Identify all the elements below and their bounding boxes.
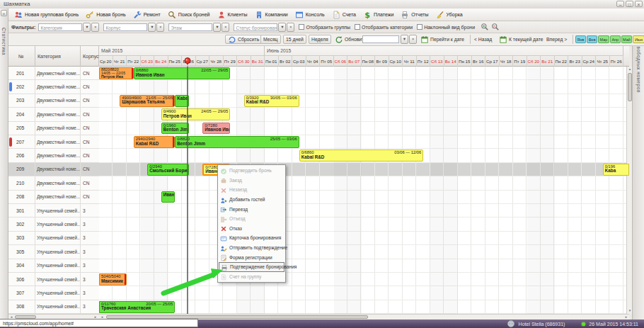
- booking-bar[interactable]: 2940/2940Kabal R&D: [134, 136, 176, 148]
- room-building: CN: [81, 67, 99, 79]
- booking-bar[interactable]: 0/1960Benton Jimm: [161, 123, 189, 135]
- add-guest-icon: [220, 196, 227, 203]
- menu-item-add-guests[interactable]: Добавить гостей: [219, 195, 284, 205]
- goto-date-input[interactable]: [362, 35, 399, 43]
- left-panel-tab[interactable]: « Статистика: [0, 9, 8, 322]
- payments-button[interactable]: $Платежи: [360, 10, 396, 20]
- view-week-button[interactable]: Неделя: [309, 35, 331, 44]
- status-filter-input[interactable]: Статус бронирован: [234, 23, 277, 31]
- scroll-down-arrow[interactable]: ▼: [627, 308, 633, 314]
- clients-button[interactable]: Клиенты: [214, 10, 251, 20]
- category-dropdown-button[interactable]: ▼: [83, 23, 91, 32]
- category-clear-button[interactable]: ×: [91, 23, 99, 32]
- date-clear-button[interactable]: ×: [409, 35, 417, 44]
- floor-filter-input[interactable]: Этаж: [168, 23, 212, 31]
- group-booking-button[interactable]: Новая групповая бронь: [11, 10, 81, 20]
- status-dropdown-button[interactable]: ▼: [278, 23, 286, 32]
- booking-bar[interactable]: 0/2940Смольский Борис: [147, 164, 189, 176]
- close-button[interactable]: ×: [635, 1, 643, 7]
- forward-button[interactable]: Вперед >: [544, 35, 569, 44]
- x-red-icon: [220, 186, 227, 193]
- booking-text-line: Трачевская Анастасия: [101, 306, 173, 310]
- menu-item-registration-form[interactable]: Форма регистрации: [219, 252, 284, 262]
- slanted-view-checkbox[interactable]: [417, 24, 422, 30]
- booking-bar[interactable]: 0/4900Петров Иван24/05 — 29/05: [161, 108, 231, 120]
- repair-button[interactable]: Ремонт: [130, 10, 163, 20]
- booking-bar[interactable]: 0/7280Иванов Ива: [202, 123, 230, 135]
- booking-bar[interactable]: 8820/882014/05 — 22/05Петров Ива: [99, 67, 134, 79]
- view-month-button[interactable]: Месяц: [260, 35, 281, 44]
- console-button[interactable]: Консоль: [292, 10, 328, 20]
- month-chip-mar[interactable]: Мар: [598, 35, 609, 43]
- search-bookings-button[interactable]: Поиск броней: [165, 10, 213, 20]
- floor-dropdown-button[interactable]: ▼: [213, 23, 221, 32]
- booking-bar[interactable]: 0/11760Трачевская Анастасия20/05 — 25/05: [99, 301, 175, 313]
- show-categories-checkbox[interactable]: [355, 24, 360, 30]
- hotel-name: Hotel Stella (686931): [519, 322, 565, 327]
- month-chip-may[interactable]: Май: [621, 35, 633, 43]
- month-chip-feb[interactable]: Фев: [587, 35, 597, 43]
- minimize-button[interactable]: –: [616, 1, 624, 7]
- back-button[interactable]: < Назад: [472, 35, 494, 44]
- companies-button[interactable]: Компании: [252, 10, 291, 20]
- reports-button[interactable]: Отчеты: [398, 10, 431, 20]
- booking-bar[interactable]: 5040/5040Максимик Д: [99, 273, 127, 285]
- booking-bar[interactable]: Иван: [161, 191, 176, 203]
- room-row-cells: 207Двухместный номе...CN: [8, 135, 99, 149]
- search-bookings-icon: [168, 11, 176, 19]
- month-chip-apr[interactable]: Апр: [610, 35, 621, 43]
- building-filter-input[interactable]: Корпус: [103, 23, 147, 31]
- companies-icon: [255, 11, 263, 19]
- maximize-button[interactable]: □: [626, 1, 633, 7]
- goto-date-button[interactable]: Перейти к дате: [418, 35, 466, 44]
- menu-item-booking-card[interactable]: Карточка бронирования: [219, 233, 284, 243]
- booking-bar[interactable]: 0/196Kaba: [603, 164, 629, 176]
- today-button[interactable]: К текущей дате: [497, 35, 546, 44]
- floor-filter-combo: Этаж▼×: [168, 23, 229, 32]
- room-category: Двухместный номе...: [35, 149, 81, 162]
- zoom-in-icon[interactable]: [481, 23, 489, 31]
- category-filter-input[interactable]: Категория: [38, 23, 82, 31]
- booking-bar[interactable]: 0/6860Иванов Иван22/05 — 29/05: [134, 67, 231, 79]
- date-picker-button[interactable]: ▼: [401, 35, 408, 44]
- vertical-scroll-thumb[interactable]: [628, 73, 632, 101]
- show-groups-checkbox[interactable]: [299, 24, 304, 30]
- day-header-cell: Пн 01: [265, 56, 279, 67]
- booking-text-line: Иванов Иван: [136, 73, 229, 77]
- month-chip-jan[interactable]: Янв: [575, 35, 586, 43]
- booking-bar[interactable]: 0/8820Benton Jimm25/05 — 03/06: [175, 136, 299, 148]
- menu-item-booking-confirmation[interactable]: Подтверждение бронирования: [219, 262, 284, 272]
- booking-text-line: Петров Ива: [101, 75, 132, 79]
- booking-bar[interactable]: 0/6860Kabal R&D03/06 — 12/06: [299, 149, 424, 162]
- scroll-up-arrow[interactable]: ▲: [627, 67, 633, 72]
- menu-item-move[interactable]: Переезд: [219, 204, 284, 214]
- collapse-left-panel-button[interactable]: «: [1, 10, 7, 16]
- booking-grid[interactable]: 201Двухместный номе...CN202Двухместный н…: [8, 67, 629, 314]
- booking-bar[interactable]: 0/3920Kabal R&D30/05 — 03/06: [244, 95, 299, 107]
- vertical-scrollbar[interactable]: ▲ ▼: [626, 67, 632, 314]
- print-confirmation-icon: [221, 264, 228, 271]
- room-row-cells: 204Двухместный номе...CN: [8, 108, 99, 121]
- booking-date-range: 22/05 — 29/05: [201, 69, 228, 73]
- room-category: Улучшенный семей...: [35, 259, 81, 272]
- menu-item-label: Незаезд: [229, 187, 247, 192]
- building-dropdown-button[interactable]: ▼: [148, 23, 156, 32]
- day-header-cell: Ср 10: [389, 56, 403, 67]
- housekeeping-button-label: Уборка: [447, 12, 463, 17]
- floor-clear-button[interactable]: ×: [222, 23, 229, 32]
- month-chip-jun[interactable]: Июн: [633, 35, 644, 43]
- building-clear-button[interactable]: ×: [156, 23, 164, 32]
- view-15days-button[interactable]: 15 дней: [283, 35, 306, 44]
- day-header-cell: Вс 24: [154, 56, 168, 67]
- room-row-cells: 206Двухместный номе...CN: [8, 149, 99, 162]
- reset-button[interactable]: Сбросить: [225, 35, 262, 44]
- menu-item-send-confirmation[interactable]: Отправить подтверждение: [219, 243, 284, 253]
- invoices-button[interactable]: Счета: [329, 10, 359, 20]
- zoom-out-icon[interactable]: [491, 23, 500, 31]
- status-clear-button[interactable]: ×: [287, 23, 294, 32]
- housekeeping-button[interactable]: Уборка: [433, 10, 466, 20]
- menu-item-cancel[interactable]: Отказ: [219, 224, 284, 234]
- right-panel-tab[interactable]: « Поиск свободных номеров: [632, 9, 644, 322]
- new-booking-button[interactable]: Новая бронь: [83, 10, 129, 20]
- booking-bar[interactable]: 4900/4900Шарашова Татьяна21/05 — 25/05: [120, 95, 175, 107]
